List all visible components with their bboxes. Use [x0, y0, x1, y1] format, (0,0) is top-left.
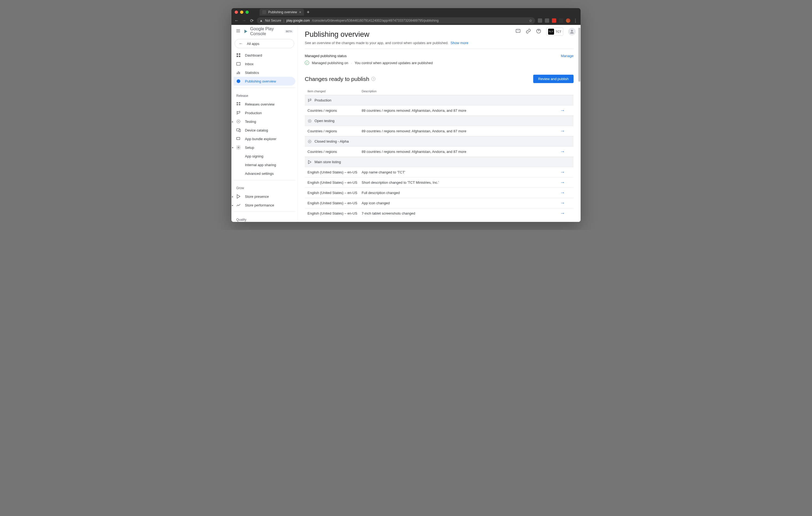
changes-header: Changes ready to publish ? Review and pu…	[305, 75, 574, 83]
sidebar-item-dashboard[interactable]: Dashboard	[234, 51, 295, 60]
changes-table: ProductionCountries / regions89 countrie…	[305, 95, 574, 218]
sidebar-label: Publishing overview	[245, 79, 276, 83]
account-avatar[interactable]	[568, 28, 576, 35]
play-console-logo[interactable]: Google Play Console BETA	[244, 27, 293, 36]
change-description: Short description changed to 'TCT Minist…	[361, 180, 560, 185]
scrollbar-thumb[interactable]	[578, 28, 580, 82]
status-on-text: Managed publishing on	[312, 61, 348, 65]
svg-rect-10	[239, 102, 240, 103]
sidebar-item-store-presence[interactable]: ▸ Store presence	[234, 192, 295, 201]
traffic-lights	[235, 10, 249, 14]
sidebar-item-publishing-overview[interactable]: Publishing overview	[234, 77, 295, 86]
expand-caret-icon[interactable]: ▸	[232, 120, 233, 123]
scrollbar[interactable]	[578, 25, 581, 222]
production-icon	[236, 111, 241, 115]
change-row[interactable]: English (United States) – en-USApp icon …	[305, 198, 574, 208]
sidebar-label: Dashboard	[245, 53, 262, 57]
svg-point-17	[238, 147, 239, 148]
new-tab-button[interactable]: +	[307, 9, 310, 15]
gear-icon	[236, 145, 241, 150]
change-description: 89 countries / regions removed: Afghanis…	[361, 150, 560, 154]
change-description: 89 countries / regions removed: Afghanis…	[361, 109, 560, 113]
expand-caret-icon[interactable]: ▸	[232, 195, 233, 198]
sidebar-item-releases-overview[interactable]: Releases overview	[234, 100, 295, 109]
link-icon[interactable]	[526, 28, 531, 35]
reload-button[interactable]: ⟳	[249, 18, 254, 23]
arrow-right-icon: →	[560, 200, 565, 206]
svg-rect-9	[237, 102, 238, 103]
change-row[interactable]: Countries / regions89 countries / region…	[305, 126, 574, 136]
show-more-link[interactable]: Show more	[451, 41, 468, 45]
arrow-right-icon: →	[560, 180, 565, 185]
arrow-right-icon: →	[560, 149, 565, 154]
extension-icon[interactable]	[538, 19, 542, 23]
expand-caret-icon[interactable]: ▸	[232, 204, 233, 207]
sidebar-item-testing[interactable]: ▸ Testing	[234, 117, 295, 126]
manage-link[interactable]: Manage	[561, 54, 574, 58]
change-row[interactable]: English (United States) – en-USApp name …	[305, 167, 574, 177]
review-and-publish-button[interactable]: Review and publish	[533, 75, 574, 83]
change-item: Countries / regions	[308, 109, 361, 113]
extension-icon[interactable]	[545, 19, 549, 23]
change-row[interactable]: English (United States) – en-US7-inch ta…	[305, 208, 574, 218]
back-button[interactable]: ←	[234, 18, 239, 23]
address-bar: ← → ⟳ ▲ Not Secure | play.google.com/con…	[231, 16, 581, 25]
close-window-button[interactable]	[235, 10, 238, 14]
help-icon[interactable]	[536, 28, 541, 35]
sidebar-item-store-performance[interactable]: ▸ Store performance	[234, 201, 295, 209]
page-subtitle: See an overview of the changes made to y…	[305, 41, 574, 45]
change-group-header: Open testing	[305, 116, 574, 126]
minimize-window-button[interactable]	[240, 10, 243, 14]
testing-icon	[236, 119, 241, 124]
extensions-puzzle-icon[interactable]	[559, 19, 563, 23]
main-content: TCT TCT Publishing overview See an overv…	[298, 25, 581, 222]
forward-button[interactable]: →	[242, 18, 246, 23]
all-apps-button[interactable]: ← All apps	[235, 39, 294, 48]
arrow-right-icon: →	[560, 128, 565, 134]
bookmark-icon[interactable]: ☆	[529, 19, 532, 23]
change-row[interactable]: Countries / regions89 countries / region…	[305, 146, 574, 157]
change-row[interactable]: English (United States) – en-USShort des…	[305, 177, 574, 187]
group-label: Production	[315, 98, 331, 102]
sidebar-label: Device catalog	[245, 128, 268, 132]
sidebar-item-bundle-explorer[interactable]: App bundle explorer	[234, 134, 295, 143]
sidebar-label: Store presence	[245, 194, 269, 199]
group-label: Closed testing - Alpha	[315, 139, 349, 144]
expand-caret-icon[interactable]: ▾	[232, 146, 233, 149]
extension-icon[interactable]	[552, 19, 556, 23]
sidebar-item-setup[interactable]: ▾ Setup	[234, 143, 295, 152]
svg-rect-6	[238, 71, 239, 74]
help-tooltip-icon[interactable]: ?	[371, 77, 375, 81]
sidebar-section-release: Release	[234, 90, 295, 100]
svg-rect-11	[237, 104, 238, 105]
sidebar-item-inbox[interactable]: Inbox	[234, 60, 295, 68]
maximize-window-button[interactable]	[245, 10, 249, 14]
sidebar-item-production[interactable]: Production	[234, 109, 295, 117]
menu-icon[interactable]	[236, 28, 241, 34]
browser-tab[interactable]: Publishing overview ×	[260, 9, 304, 16]
sidebar-item-app-signing[interactable]: App signing	[234, 152, 295, 160]
extension-icon[interactable]	[566, 19, 570, 23]
sidebar-label: Internal app sharing	[245, 163, 276, 167]
org-switcher[interactable]: TCT TCT	[546, 28, 563, 36]
feedback-icon[interactable]	[515, 28, 521, 35]
play-icon	[236, 194, 241, 199]
change-description: 89 countries / regions removed: Afghanis…	[361, 129, 560, 133]
statistics-icon	[236, 70, 241, 75]
trend-icon	[236, 203, 241, 208]
change-row[interactable]: English (United States) – en-USFull desc…	[305, 187, 574, 198]
publishing-icon	[236, 79, 241, 84]
sidebar-item-statistics[interactable]: Statistics	[234, 68, 295, 77]
change-row[interactable]: Countries / regions89 countries / region…	[305, 105, 574, 116]
close-tab-icon[interactable]: ×	[299, 10, 301, 14]
svg-rect-12	[239, 104, 240, 105]
sidebar-item-advanced-settings[interactable]: Advanced settings	[234, 169, 295, 178]
sidebar-item-internal-sharing[interactable]: Internal app sharing	[234, 160, 295, 169]
browser-menu-icon[interactable]: ⋮	[573, 18, 578, 23]
svg-rect-16	[237, 138, 240, 140]
url-field[interactable]: ▲ Not Secure | play.google.com/console/u…	[257, 17, 535, 24]
change-item: English (United States) – en-US	[308, 180, 361, 185]
arrow-right-icon: →	[560, 190, 565, 195]
sidebar-label: Testing	[245, 120, 256, 124]
sidebar-item-device-catalog[interactable]: Device catalog	[234, 126, 295, 134]
